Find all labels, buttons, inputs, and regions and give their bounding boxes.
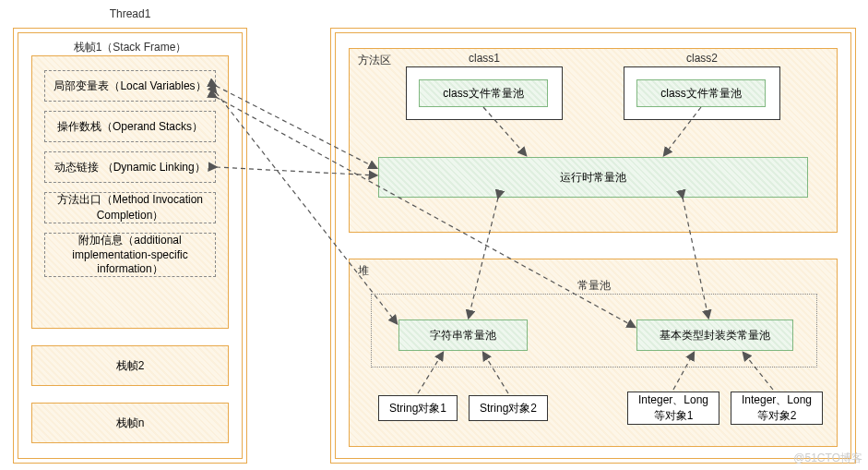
watermark: @51CTO博客 — [793, 451, 862, 466]
local-variables-label: 局部变量表（Local Variables） — [54, 78, 206, 94]
dynamic-linking-box: 动态链接 （Dynamic Linking） — [44, 151, 216, 183]
heap-title: 堆 — [358, 264, 369, 279]
stack-frame-1-title: 栈帧1（Stack Frame） — [31, 41, 229, 55]
runtime-constant-pool: 运行时常量池 — [378, 157, 808, 198]
dynamic-linking-label: 动态链接 （Dynamic Linking） — [54, 160, 205, 175]
thread-title: Thread1 — [13, 7, 247, 22]
string-pool-label: 字符串常量池 — [430, 328, 496, 343]
class2-title: class2 — [624, 52, 780, 66]
local-variables-box: 局部变量表（Local Variables） — [44, 70, 216, 102]
method-exit-box: 方法出口（Method Invocation Completion） — [44, 192, 216, 223]
class1-title: class1 — [406, 52, 563, 66]
stack-frame-2: 栈帧2 — [31, 345, 229, 386]
integer-obj-1: Integer、Long 等对象1 — [627, 392, 719, 425]
stack-frame-n: 栈帧n — [31, 403, 229, 443]
integer-obj-2-label: Integer、Long 等对象2 — [735, 392, 818, 424]
string-obj-1-label: String对象1 — [389, 401, 446, 416]
stack-frame-n-label: 栈帧n — [116, 416, 145, 431]
operand-stacks-box: 操作数栈（Operand Stacks） — [44, 111, 216, 142]
operand-stacks-label: 操作数栈（Operand Stacks） — [57, 119, 203, 135]
method-exit-label: 方法出口（Method Invocation Completion） — [49, 192, 211, 223]
string-pool: 字符串常量池 — [398, 319, 528, 351]
extra-info-label: 附加信息（additional implementation-specific … — [49, 233, 211, 277]
class2-pool-label: class文件常量池 — [660, 86, 741, 102]
wrapper-pool: 基本类型封装类常量池 — [636, 319, 793, 351]
string-obj-1: String对象1 — [378, 395, 458, 421]
string-obj-2-label: String对象2 — [480, 401, 537, 416]
integer-obj-1-label: Integer、Long 等对象1 — [632, 392, 715, 424]
stack-frame-2-label: 栈帧2 — [116, 358, 145, 374]
string-obj-2: String对象2 — [469, 395, 548, 421]
heap-pool-title: 常量池 — [371, 279, 817, 294]
integer-obj-2: Integer、Long 等对象2 — [731, 392, 823, 425]
extra-info-box: 附加信息（additional implementation-specific … — [44, 233, 216, 277]
class1-pool: class文件常量池 — [419, 79, 548, 107]
class1-pool-label: class文件常量池 — [443, 86, 523, 102]
runtime-constant-pool-label: 运行时常量池 — [560, 170, 626, 186]
class2-pool: class文件常量池 — [636, 79, 766, 107]
wrapper-pool-label: 基本类型封装类常量池 — [660, 328, 770, 343]
method-area-title: 方法区 — [358, 54, 391, 68]
